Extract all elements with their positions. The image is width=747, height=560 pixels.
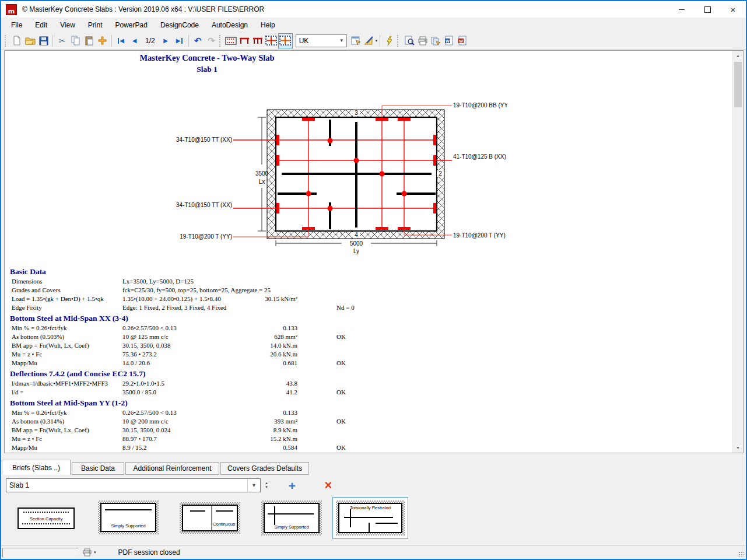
slab-select-dropdown-button[interactable]: ▼	[247, 479, 260, 492]
maximize-button[interactable]	[695, 1, 720, 18]
row-calc: 30.15, 3500, 0.024	[122, 426, 222, 435]
slab-type-simply-supported-button[interactable]	[238, 34, 251, 48]
row-status	[297, 295, 402, 303]
report-row: As bottom (0.503%)10 @ 125 mm c/c628 mm²…	[6, 332, 402, 341]
maximize-icon	[704, 6, 711, 13]
row-value: 0.133	[222, 408, 297, 417]
tab-basic-data[interactable]: Basic Data	[72, 462, 124, 475]
progress-indicator	[2, 548, 78, 558]
scrollbar-thumb[interactable]	[734, 62, 742, 107]
previous-page-button[interactable]: ◀	[128, 34, 141, 48]
report-row: l/dmax=l/dbasic•MFF1•MFF2•MFF329.2•1.0•1…	[6, 379, 402, 388]
redo-button[interactable]: ↷	[205, 34, 218, 48]
report-settings-button[interactable]	[350, 34, 363, 48]
design-code-select[interactable]: UK ▼	[296, 34, 347, 47]
menu-edit[interactable]: Edit	[29, 19, 54, 31]
print-button[interactable]	[416, 34, 429, 48]
rebar-label-left-bottom: 34-T10@150 TT (XX)	[176, 202, 232, 208]
menu-view[interactable]: View	[54, 19, 82, 31]
close-button[interactable]: ×	[720, 1, 746, 18]
resize-grip[interactable]	[738, 551, 744, 557]
open-button[interactable]	[23, 34, 37, 48]
scrollbar-up-button[interactable]: ▲	[733, 51, 743, 61]
section-heading: Deflections 7.4.2 (and Concise EC2 15.7)	[6, 369, 402, 379]
thumbnail-simply-supported-2[interactable]: Simply Supported	[261, 501, 322, 536]
row-status	[297, 435, 402, 443]
minimize-button[interactable]	[669, 1, 695, 18]
menu-file[interactable]: File	[5, 19, 29, 31]
thumbnail-torsionally-restrained[interactable]: Torsionally Restraind	[332, 497, 408, 539]
row-status	[297, 286, 402, 295]
row-label: Grades and Covers	[12, 286, 122, 295]
report-row: Min % = 0.26•fct/fyk0.26•2.57/500 < 0.13…	[6, 324, 402, 332]
slab-spinner[interactable]: ▲ ▼	[265, 482, 268, 489]
scrollbar-track[interactable]: ▲ ▼	[732, 51, 743, 453]
menu-designcode[interactable]: DesignCode	[154, 19, 205, 31]
undo-button[interactable]: ↶	[191, 34, 205, 48]
menu-print[interactable]: Print	[82, 19, 109, 31]
cut-icon: ✂	[59, 37, 66, 45]
rebar-label-left-lower: 19-T10@200 T (YY)	[180, 233, 232, 240]
undo-icon: ↶	[194, 36, 202, 45]
report-row: BM app = Fn(Wult, Lx, Coef)30.15, 3500, …	[6, 341, 402, 350]
tab-briefs-slabs[interactable]: Briefs (Slabs ..)	[2, 460, 71, 475]
print-preview-button[interactable]	[402, 34, 416, 48]
row-value	[222, 286, 297, 295]
moment-line-horizontal	[268, 513, 314, 514]
tab-covers-grades-defaults[interactable]: Covers Grades Defaults	[220, 462, 309, 475]
section-heading: Bottom Steel at Mid-Span YY (1-2)	[6, 398, 402, 408]
next-page-button[interactable]: ▶	[159, 34, 173, 48]
add-button[interactable]	[96, 34, 109, 48]
dim-x-value: 3500	[255, 170, 269, 177]
paste-button[interactable]	[82, 34, 96, 48]
menu-help[interactable]: Help	[254, 19, 282, 31]
save-button[interactable]	[37, 34, 50, 48]
new-document-button[interactable]	[10, 34, 23, 48]
menu-autodesign[interactable]: AutoDesign	[205, 19, 254, 31]
row-value	[222, 303, 297, 312]
row-label: Edge Fixity	[12, 303, 122, 312]
toolbar-grip	[5, 35, 8, 47]
dim-x-label: Lx	[259, 178, 265, 185]
spinner-down-icon[interactable]: ▼	[265, 486, 268, 489]
last-page-button[interactable]: ▶	[173, 34, 186, 48]
report-row: Load = 1.35•(gk + Den•D) + 1.5•qk1.35•(1…	[6, 295, 402, 303]
thumbnail-continuous[interactable]: Continuous	[180, 502, 240, 534]
toolbar-separator	[111, 35, 112, 47]
spinner-up-icon[interactable]: ▲	[265, 482, 268, 485]
printer-status-icon[interactable]	[83, 548, 92, 556]
export-word-button[interactable]: W	[443, 34, 456, 48]
export-pdf-button[interactable]: W	[456, 34, 469, 48]
thumbnail-caption: Torsionally Restraind	[339, 505, 401, 510]
row-label: Mapp/Mu	[12, 359, 122, 368]
report-row: Mu = z • Fc75.36 • 273.220.6 kN.m	[6, 350, 402, 359]
thumbnail-section-capacity[interactable]: Section Capacity	[17, 508, 75, 529]
batch-print-button[interactable]	[429, 34, 443, 48]
new-document-icon	[12, 36, 22, 46]
rebar-label-right-top: 19-T10@200 BB (YY)	[453, 102, 507, 108]
design-tools-button[interactable]: ▾	[363, 34, 378, 48]
printer-dropdown-icon[interactable]: ▾	[94, 550, 96, 555]
slab-select[interactable]: Slab 1 ▼	[6, 478, 261, 492]
row-label: Load = 1.35•(gk + Den•D) + 1.5•qk	[12, 295, 122, 303]
row-calc: 3500.0 / 85.0	[122, 388, 222, 397]
row-value: 0.133	[222, 324, 297, 332]
thumbnail-simply-supported-1[interactable]: Simply Supported	[98, 501, 159, 534]
slab-type-section-capacity-button[interactable]	[225, 34, 238, 48]
edge-number-top: 3	[355, 110, 358, 116]
slab-type-two-way-button[interactable]	[265, 34, 278, 48]
add-slab-button[interactable]: +	[280, 478, 304, 492]
delete-slab-button[interactable]: ×	[316, 478, 341, 492]
thumbnail-caption: Continuous	[197, 522, 235, 527]
copy-button[interactable]	[69, 34, 82, 48]
row-value: 43.8	[222, 379, 297, 388]
autodesign-button[interactable]	[383, 34, 396, 48]
menu-powerpad[interactable]: PowerPad	[109, 19, 154, 31]
first-page-button[interactable]: ◀	[114, 34, 128, 48]
tab-additional-reinforcement[interactable]: Additional Reinforcement	[125, 462, 219, 475]
scrollbar-down-button[interactable]: ▼	[733, 443, 743, 453]
slab-type-continuous-button[interactable]	[251, 34, 265, 48]
slab-type-two-way-restrained-button[interactable]	[278, 33, 293, 48]
row-value: 628 mm²	[222, 332, 297, 341]
cut-button[interactable]: ✂	[55, 34, 69, 48]
